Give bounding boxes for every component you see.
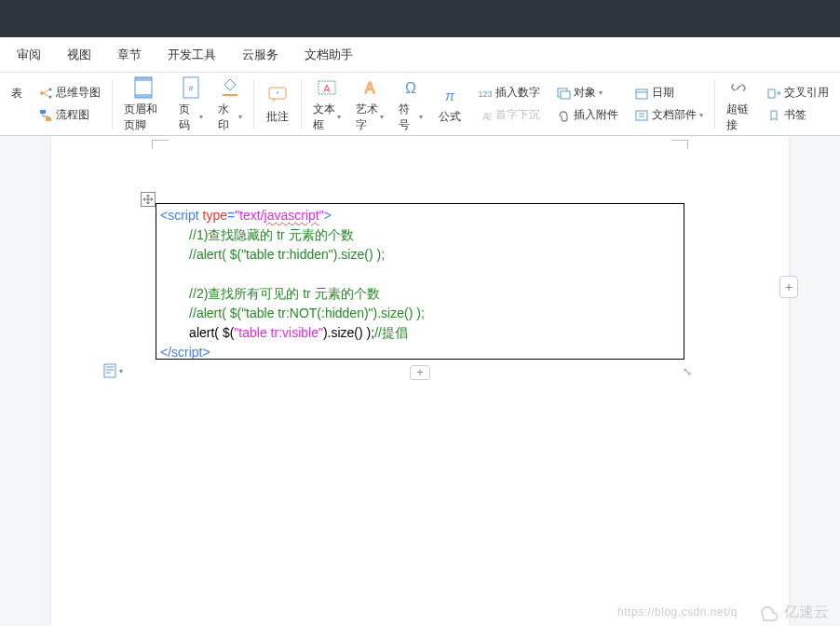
formula-icon: π bbox=[438, 83, 462, 107]
calendar-icon bbox=[633, 85, 650, 102]
btn-date[interactable]: 日期 bbox=[631, 83, 676, 103]
btn-formula[interactable]: π 公式 bbox=[430, 79, 469, 129]
btn-page-number[interactable]: # 页码▾ bbox=[171, 72, 210, 137]
menu-view[interactable]: 视图 bbox=[54, 47, 104, 63]
svg-rect-26 bbox=[561, 91, 570, 99]
watermark-icon bbox=[218, 75, 242, 100]
chevron-down-icon: ▾ bbox=[119, 367, 123, 375]
wordart-icon: A bbox=[358, 75, 382, 100]
add-row-button[interactable]: + bbox=[410, 365, 430, 380]
svg-text:π: π bbox=[445, 88, 455, 103]
svg-text:A: A bbox=[365, 80, 375, 96]
chevron-down-icon: ▾ bbox=[238, 113, 242, 121]
bookmark-icon bbox=[765, 107, 782, 124]
menu-cloud[interactable]: 云服务 bbox=[229, 47, 291, 63]
ribbon-group-left: 表 bbox=[4, 82, 30, 126]
object-move-handle[interactable] bbox=[141, 192, 156, 207]
svg-rect-6 bbox=[46, 117, 51, 121]
svg-point-3 bbox=[49, 88, 52, 90]
workspace: <script type="text/javascript"> //1)查找隐藏… bbox=[0, 136, 840, 626]
dropcap-icon: A bbox=[477, 107, 494, 124]
btn-header-footer[interactable]: 页眉和页脚 bbox=[116, 72, 171, 137]
menu-devtools[interactable]: 开发工具 bbox=[155, 47, 229, 63]
divider bbox=[253, 79, 254, 129]
ribbon-group-ref: 交叉引用 书签 bbox=[758, 81, 836, 128]
svg-line-1 bbox=[44, 89, 49, 93]
paperclip-icon bbox=[555, 107, 572, 124]
title-bar bbox=[0, 0, 840, 37]
textbox-icon: A bbox=[315, 75, 339, 100]
svg-text:123: 123 bbox=[479, 89, 493, 99]
svg-rect-5 bbox=[40, 110, 46, 114]
svg-text:#: # bbox=[189, 84, 194, 93]
page-number-icon: # bbox=[179, 75, 203, 100]
svg-rect-32 bbox=[768, 89, 775, 98]
ribbon-group-insert-misc: 123 插入数字 A 首字下沉 bbox=[469, 81, 548, 128]
ribbon-group-object: 对象▾ 插入附件 bbox=[548, 81, 626, 128]
btn-symbol[interactable]: Ω 符号▾ bbox=[391, 72, 430, 137]
ribbon-toolbar: 表 思维导图 流程图 页眉和页脚 # 页码▾ 水印▾ * 批注 A 文本框▾ A… bbox=[0, 73, 840, 136]
btn-bookmark[interactable]: 书签 bbox=[764, 105, 808, 126]
svg-point-0 bbox=[40, 91, 44, 95]
watermark-logo: 亿速云 bbox=[756, 602, 829, 622]
btn-table[interactable]: 表 bbox=[9, 84, 24, 124]
chevron-down-icon: ▾ bbox=[599, 88, 603, 97]
docparts-icon bbox=[633, 107, 650, 124]
btn-docparts[interactable]: 文档部件▾ bbox=[631, 105, 705, 126]
btn-hyperlink[interactable]: 超链接 bbox=[719, 72, 758, 137]
document-page[interactable]: <script type="text/javascript"> //1)查找隐藏… bbox=[51, 136, 789, 626]
chevron-down-icon: ▾ bbox=[380, 113, 384, 121]
chevron-down-icon: ▾ bbox=[337, 113, 341, 121]
watermark-url: https://blog.csdn.net/q bbox=[617, 606, 738, 619]
svg-rect-33 bbox=[104, 364, 115, 377]
svg-point-4 bbox=[49, 95, 52, 98]
insert-number-icon: 123 bbox=[477, 85, 494, 102]
btn-attach[interactable]: 插入附件 bbox=[553, 105, 620, 126]
object-icon bbox=[555, 85, 572, 102]
paragraph-options-button[interactable]: ▾ bbox=[103, 363, 123, 378]
btn-flowchart[interactable]: 流程图 bbox=[35, 105, 91, 126]
svg-line-2 bbox=[44, 93, 49, 97]
svg-rect-29 bbox=[636, 111, 647, 120]
divider bbox=[714, 79, 715, 129]
xref-icon bbox=[765, 85, 782, 102]
svg-rect-8 bbox=[135, 77, 152, 81]
menu-review[interactable]: 审阅 bbox=[4, 47, 54, 63]
btn-textbox[interactable]: A 文本框▾ bbox=[305, 72, 348, 137]
btn-mindmap[interactable]: 思维导图 bbox=[35, 83, 102, 103]
code-textbox[interactable]: <script type="text/javascript"> //1)查找隐藏… bbox=[156, 203, 684, 360]
btn-comment[interactable]: * 批注 bbox=[258, 79, 297, 129]
svg-text:A: A bbox=[323, 83, 331, 94]
chevron-down-icon: ▾ bbox=[699, 111, 703, 119]
btn-insert-number[interactable]: 123 插入数字 bbox=[475, 83, 542, 103]
symbol-icon: Ω bbox=[399, 75, 423, 100]
chevron-down-icon: ▾ bbox=[199, 113, 203, 121]
margin-marker bbox=[671, 140, 688, 149]
svg-rect-9 bbox=[135, 94, 152, 98]
mindmap-icon bbox=[37, 85, 54, 102]
btn-wordart[interactable]: A 艺术字▾ bbox=[348, 72, 391, 137]
add-column-button[interactable]: + bbox=[779, 276, 798, 298]
menu-bar: 审阅 视图 章节 开发工具 云服务 文档助手 bbox=[0, 37, 840, 73]
divider bbox=[301, 79, 302, 129]
menu-dochelper[interactable]: 文档助手 bbox=[291, 47, 366, 63]
divider bbox=[112, 79, 113, 129]
btn-dropcap: A 首字下沉 bbox=[475, 105, 542, 126]
btn-xref[interactable]: 交叉引用 bbox=[764, 83, 831, 103]
svg-text:*: * bbox=[276, 89, 278, 98]
btn-watermark[interactable]: 水印▾ bbox=[210, 72, 250, 137]
chevron-down-icon: ▾ bbox=[419, 113, 423, 121]
svg-rect-27 bbox=[636, 89, 647, 99]
ribbon-group-date-parts: 日期 文档部件▾ bbox=[626, 81, 711, 128]
comment-icon: * bbox=[265, 83, 290, 107]
svg-text:Ω: Ω bbox=[405, 80, 416, 96]
resize-handle-icon[interactable]: ⤡ bbox=[683, 365, 696, 378]
header-footer-icon bbox=[131, 75, 156, 100]
margin-marker bbox=[152, 140, 169, 149]
menu-chapter[interactable]: 章节 bbox=[104, 47, 155, 63]
ribbon-group-diagrams: 思维导图 流程图 bbox=[30, 81, 108, 128]
flowchart-icon bbox=[37, 107, 54, 124]
btn-object[interactable]: 对象▾ bbox=[553, 83, 604, 103]
hyperlink-icon bbox=[726, 75, 751, 100]
